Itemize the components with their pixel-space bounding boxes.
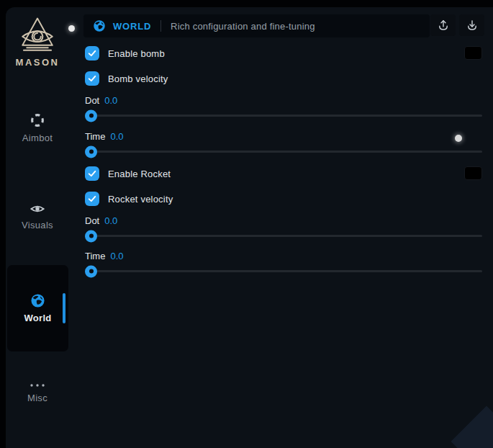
slider-value: 0.0 [104,215,117,226]
sidebar-item-aimbot[interactable]: Aimbot [6,112,69,143]
cursor-dot [455,135,462,142]
upload-icon [437,19,450,32]
checkbox-rocket-velocity[interactable]: Rocket velocity [85,192,173,206]
masonic-eye-icon [17,17,58,54]
corner-decoration [451,406,493,448]
sidebar-item-label: Visuals [6,220,69,230]
slider-value: 0.0 [110,251,123,261]
page-subtitle: Rich configuration and fine-tuning [171,21,315,32]
sidebar-item-label: Misc [6,393,69,403]
slider-label-row: Dot0.0 [85,95,482,108]
bomb-color-swatch[interactable] [464,46,482,60]
slider-label: Dot [85,215,99,226]
crosshair-icon [30,112,45,128]
slider-track[interactable] [86,151,482,153]
checkbox-label: Rocket velocity [108,194,173,205]
checkbox-label: Bomb velocity [108,73,168,84]
slider-handle[interactable] [85,230,97,242]
slider-handle[interactable] [85,109,97,122]
slider-label: Dot [85,95,99,106]
checkbox-label: Enable Rocket [108,169,171,179]
slider-value: 0.0 [104,95,117,106]
sidebar-item-visuals[interactable]: Visuals [6,202,69,230]
brand-name: MASON [6,57,69,68]
slider-label-row: Time0.0 [85,251,482,264]
sidebar-item-label: Aimbot [6,133,69,143]
slider-value: 0.0 [110,131,123,142]
upload-config-button[interactable] [430,14,456,36]
checkbox-checked-icon [85,46,99,61]
slider-bomb-dot: Dot0.0 [85,95,482,117]
slider-label-row: Time0.0 [85,131,482,144]
checkbox-enable-rocket[interactable]: Enable Rocket [85,166,171,181]
tab-header: WORLD Rich configuration and fine-tuning [83,14,430,37]
checkbox-checked-icon [85,192,99,206]
checkbox-bomb-velocity[interactable]: Bomb velocity [85,71,168,86]
rocket-color-swatch[interactable] [464,166,482,180]
slider-bomb-time: Time0.0 [85,131,482,153]
slider-track[interactable] [86,115,482,117]
desktop-background: MASON Aimbot Visuals [0,0,493,448]
slider-track[interactable] [86,270,482,272]
globe-icon [93,19,106,32]
slider-rocket-dot: Dot0.0 [85,215,482,237]
cursor-dot [68,25,75,32]
checkbox-label: Enable bomb [108,48,165,59]
mason-menu-window: MASON Aimbot Visuals [6,7,493,448]
brand-logo: MASON [6,17,69,68]
slider-label: Time [85,251,105,261]
eye-icon [30,202,45,215]
active-indicator [63,293,65,323]
download-config-button[interactable] [459,14,484,36]
checkbox-checked-icon [85,71,99,86]
checkbox-checked-icon [85,166,99,181]
sidebar-item-world[interactable]: World [7,265,68,351]
ellipsis-icon [29,382,46,388]
header-divider [160,20,161,32]
slider-handle[interactable] [85,145,97,158]
slider-rocket-time: Time0.0 [85,251,482,272]
download-icon [466,19,479,32]
checkbox-enable-bomb[interactable]: Enable bomb [85,46,165,61]
page-title: WORLD [113,21,151,32]
sidebar-item-misc[interactable]: Misc [6,382,69,403]
sidebar-item-label: World [7,313,68,323]
sidebar: MASON Aimbot Visuals [6,7,79,448]
slider-label-row: Dot0.0 [85,215,482,228]
globe-icon [30,293,45,308]
slider-handle[interactable] [85,265,97,277]
slider-label: Time [85,131,105,142]
slider-track[interactable] [86,235,482,237]
